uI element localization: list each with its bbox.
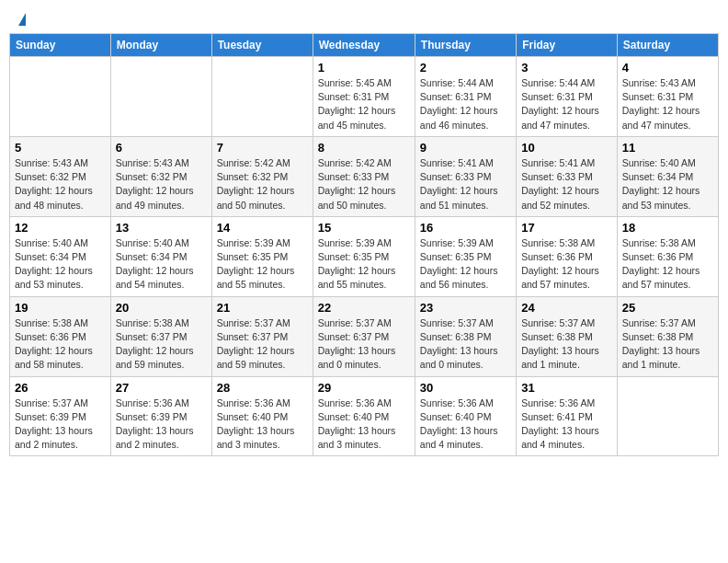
day-number: 22 xyxy=(318,301,410,315)
calendar-cell: 9Sunrise: 5:41 AM Sunset: 6:33 PM Daylig… xyxy=(415,136,516,216)
day-number: 2 xyxy=(420,61,511,75)
day-info: Sunrise: 5:38 AM Sunset: 6:37 PM Dayligh… xyxy=(116,316,207,373)
day-number: 23 xyxy=(420,301,511,315)
calendar-table: SundayMondayTuesdayWednesdayThursdayFrid… xyxy=(9,33,719,456)
calendar-cell: 29Sunrise: 5:36 AM Sunset: 6:40 PM Dayli… xyxy=(313,376,415,456)
calendar-cell: 10Sunrise: 5:41 AM Sunset: 6:33 PM Dayli… xyxy=(517,136,618,216)
day-number: 17 xyxy=(521,221,612,235)
col-header-saturday: Saturday xyxy=(617,34,718,57)
calendar-cell: 4Sunrise: 5:43 AM Sunset: 6:31 PM Daylig… xyxy=(617,57,718,137)
day-number: 14 xyxy=(217,221,308,235)
calendar-cell: 28Sunrise: 5:36 AM Sunset: 6:40 PM Dayli… xyxy=(211,376,313,456)
calendar-cell: 14Sunrise: 5:39 AM Sunset: 6:35 PM Dayli… xyxy=(211,216,313,296)
day-info: Sunrise: 5:37 AM Sunset: 6:37 PM Dayligh… xyxy=(318,316,410,373)
logo-triangle-icon xyxy=(18,13,26,26)
day-info: Sunrise: 5:40 AM Sunset: 6:34 PM Dayligh… xyxy=(622,156,713,213)
calendar-cell: 12Sunrise: 5:40 AM Sunset: 6:34 PM Dayli… xyxy=(10,216,111,296)
calendar-cell: 5Sunrise: 5:43 AM Sunset: 6:32 PM Daylig… xyxy=(10,136,111,216)
day-info: Sunrise: 5:43 AM Sunset: 6:32 PM Dayligh… xyxy=(116,156,207,213)
day-number: 1 xyxy=(318,61,410,75)
calendar-week-row: 5Sunrise: 5:43 AM Sunset: 6:32 PM Daylig… xyxy=(10,136,719,216)
day-info: Sunrise: 5:43 AM Sunset: 6:32 PM Dayligh… xyxy=(15,156,106,213)
col-header-thursday: Thursday xyxy=(415,34,516,57)
day-info: Sunrise: 5:36 AM Sunset: 6:40 PM Dayligh… xyxy=(420,396,511,453)
day-info: Sunrise: 5:40 AM Sunset: 6:34 PM Dayligh… xyxy=(15,236,106,293)
col-header-friday: Friday xyxy=(517,34,618,57)
col-header-wednesday: Wednesday xyxy=(313,34,415,57)
day-number: 18 xyxy=(622,221,713,235)
day-number: 3 xyxy=(521,61,612,75)
calendar-cell xyxy=(617,376,718,456)
day-info: Sunrise: 5:38 AM Sunset: 6:36 PM Dayligh… xyxy=(521,236,612,293)
day-number: 24 xyxy=(521,301,612,315)
day-info: Sunrise: 5:36 AM Sunset: 6:40 PM Dayligh… xyxy=(318,396,410,453)
day-info: Sunrise: 5:44 AM Sunset: 6:31 PM Dayligh… xyxy=(521,76,612,132)
calendar-week-row: 12Sunrise: 5:40 AM Sunset: 6:34 PM Dayli… xyxy=(10,216,719,296)
day-number: 7 xyxy=(217,141,308,155)
calendar-cell: 1Sunrise: 5:45 AM Sunset: 6:31 PM Daylig… xyxy=(313,57,415,137)
calendar-cell: 15Sunrise: 5:39 AM Sunset: 6:35 PM Dayli… xyxy=(313,216,415,296)
day-info: Sunrise: 5:37 AM Sunset: 6:38 PM Dayligh… xyxy=(420,316,511,373)
day-info: Sunrise: 5:39 AM Sunset: 6:35 PM Dayligh… xyxy=(318,236,410,293)
day-info: Sunrise: 5:45 AM Sunset: 6:31 PM Dayligh… xyxy=(318,76,410,132)
calendar-cell: 30Sunrise: 5:36 AM Sunset: 6:40 PM Dayli… xyxy=(415,376,516,456)
day-number: 12 xyxy=(15,221,106,235)
day-number: 15 xyxy=(318,221,410,235)
col-header-sunday: Sunday xyxy=(10,34,111,57)
day-number: 28 xyxy=(217,381,308,395)
day-info: Sunrise: 5:36 AM Sunset: 6:41 PM Dayligh… xyxy=(521,396,612,453)
day-info: Sunrise: 5:43 AM Sunset: 6:31 PM Dayligh… xyxy=(622,76,713,132)
page-header xyxy=(9,9,719,26)
day-number: 13 xyxy=(116,221,207,235)
calendar-cell: 18Sunrise: 5:38 AM Sunset: 6:36 PM Dayli… xyxy=(617,216,718,296)
calendar-cell xyxy=(10,57,111,137)
calendar-cell: 25Sunrise: 5:37 AM Sunset: 6:38 PM Dayli… xyxy=(617,296,718,376)
day-number: 27 xyxy=(116,381,207,395)
col-header-monday: Monday xyxy=(110,34,211,57)
day-info: Sunrise: 5:41 AM Sunset: 6:33 PM Dayligh… xyxy=(420,156,511,213)
calendar-cell: 11Sunrise: 5:40 AM Sunset: 6:34 PM Dayli… xyxy=(617,136,718,216)
day-info: Sunrise: 5:39 AM Sunset: 6:35 PM Dayligh… xyxy=(217,236,308,293)
calendar-cell: 2Sunrise: 5:44 AM Sunset: 6:31 PM Daylig… xyxy=(415,57,516,137)
day-number: 25 xyxy=(622,301,713,315)
day-number: 4 xyxy=(622,61,713,75)
day-number: 29 xyxy=(318,381,410,395)
day-info: Sunrise: 5:36 AM Sunset: 6:39 PM Dayligh… xyxy=(116,396,207,453)
day-number: 6 xyxy=(116,141,207,155)
calendar-cell: 3Sunrise: 5:44 AM Sunset: 6:31 PM Daylig… xyxy=(517,57,618,137)
day-number: 9 xyxy=(420,141,511,155)
day-info: Sunrise: 5:37 AM Sunset: 6:38 PM Dayligh… xyxy=(622,316,713,373)
day-number: 26 xyxy=(15,381,106,395)
day-info: Sunrise: 5:44 AM Sunset: 6:31 PM Dayligh… xyxy=(420,76,511,132)
day-number: 19 xyxy=(15,301,106,315)
day-number: 5 xyxy=(15,141,106,155)
day-number: 10 xyxy=(521,141,612,155)
day-number: 16 xyxy=(420,221,511,235)
calendar-cell: 22Sunrise: 5:37 AM Sunset: 6:37 PM Dayli… xyxy=(313,296,415,376)
calendar-cell: 27Sunrise: 5:36 AM Sunset: 6:39 PM Dayli… xyxy=(110,376,211,456)
calendar-cell: 17Sunrise: 5:38 AM Sunset: 6:36 PM Dayli… xyxy=(517,216,618,296)
calendar-cell: 20Sunrise: 5:38 AM Sunset: 6:37 PM Dayli… xyxy=(110,296,211,376)
calendar-cell: 8Sunrise: 5:42 AM Sunset: 6:33 PM Daylig… xyxy=(313,136,415,216)
col-header-tuesday: Tuesday xyxy=(211,34,313,57)
day-info: Sunrise: 5:37 AM Sunset: 6:37 PM Dayligh… xyxy=(217,316,308,373)
calendar-cell: 13Sunrise: 5:40 AM Sunset: 6:34 PM Dayli… xyxy=(110,216,211,296)
day-info: Sunrise: 5:42 AM Sunset: 6:32 PM Dayligh… xyxy=(217,156,308,213)
day-info: Sunrise: 5:40 AM Sunset: 6:34 PM Dayligh… xyxy=(116,236,207,293)
day-info: Sunrise: 5:39 AM Sunset: 6:35 PM Dayligh… xyxy=(420,236,511,293)
calendar-header-row: SundayMondayTuesdayWednesdayThursdayFrid… xyxy=(10,34,719,57)
day-info: Sunrise: 5:38 AM Sunset: 6:36 PM Dayligh… xyxy=(622,236,713,293)
calendar-cell: 21Sunrise: 5:37 AM Sunset: 6:37 PM Dayli… xyxy=(211,296,313,376)
day-number: 21 xyxy=(217,301,308,315)
day-number: 8 xyxy=(318,141,410,155)
calendar-cell: 6Sunrise: 5:43 AM Sunset: 6:32 PM Daylig… xyxy=(110,136,211,216)
calendar-week-row: 1Sunrise: 5:45 AM Sunset: 6:31 PM Daylig… xyxy=(10,57,719,137)
day-info: Sunrise: 5:38 AM Sunset: 6:36 PM Dayligh… xyxy=(15,316,106,373)
day-number: 11 xyxy=(622,141,713,155)
calendar-week-row: 19Sunrise: 5:38 AM Sunset: 6:36 PM Dayli… xyxy=(10,296,719,376)
logo xyxy=(17,13,26,22)
calendar-cell: 31Sunrise: 5:36 AM Sunset: 6:41 PM Dayli… xyxy=(517,376,618,456)
day-number: 31 xyxy=(521,381,612,395)
calendar-cell: 7Sunrise: 5:42 AM Sunset: 6:32 PM Daylig… xyxy=(211,136,313,216)
calendar-cell: 16Sunrise: 5:39 AM Sunset: 6:35 PM Dayli… xyxy=(415,216,516,296)
